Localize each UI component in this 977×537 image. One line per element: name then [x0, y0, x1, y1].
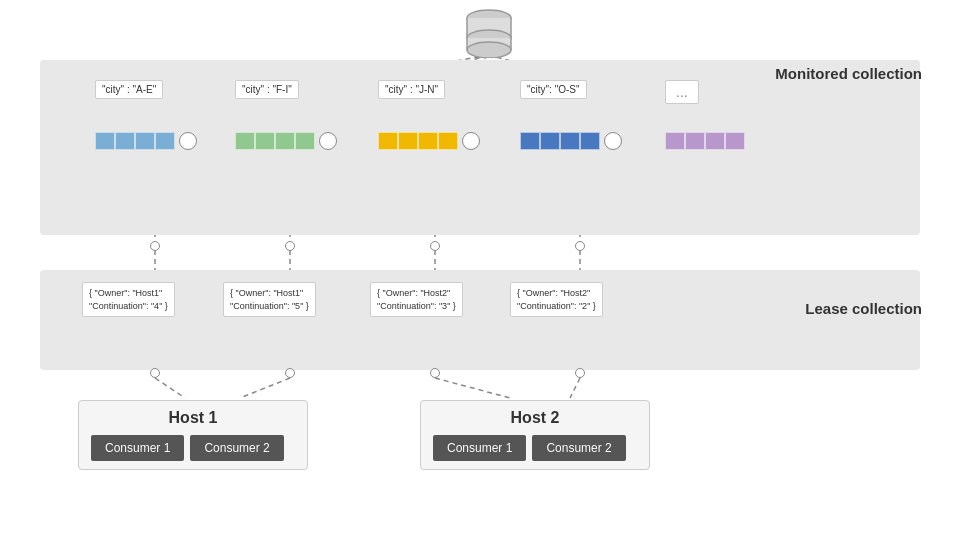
diagram-container: Monitored collection "city" : "A-E" "cit…	[0, 0, 977, 537]
partition-ellipsis: ...	[665, 80, 699, 104]
host1-consumers: Consumer 1 Consumer 2	[91, 435, 295, 461]
lease-card-2: { "Owner": "Host1" "Continuation": "5" }	[223, 282, 316, 317]
host2-consumer1-button[interactable]: Consumer 1	[433, 435, 526, 461]
svg-line-13	[570, 378, 580, 398]
host2-title: Host 2	[433, 409, 637, 427]
circle-connector-lease-4	[575, 368, 585, 378]
lease-label: Lease collection	[805, 300, 922, 317]
lease-card-4: { "Owner": "Host2" "Continuation": "2" }	[510, 282, 603, 317]
svg-line-12	[435, 378, 510, 398]
circle-connector-4	[575, 241, 585, 251]
partition-bar-ellipsis	[665, 130, 745, 152]
partition-bar-os	[520, 130, 622, 152]
circle-connector-2	[285, 241, 295, 251]
circle-connector-lease-2	[285, 368, 295, 378]
host1-box: Host 1 Consumer 1 Consumer 2	[78, 400, 308, 470]
host2-box: Host 2 Consumer 1 Consumer 2	[420, 400, 650, 470]
host1-consumer2-button[interactable]: Consumer 2	[190, 435, 283, 461]
lease-card-3: { "Owner": "Host2" "Continuation": "3" }	[370, 282, 463, 317]
partition-jn: "city" : "J-N"	[378, 80, 445, 99]
svg-line-11	[240, 378, 290, 398]
partition-os: "city": "O-S"	[520, 80, 587, 99]
host2-consumer2-button[interactable]: Consumer 2	[532, 435, 625, 461]
circle-connector-lease-1	[150, 368, 160, 378]
host1-consumer1-button[interactable]: Consumer 1	[91, 435, 184, 461]
monitored-label: Monitored collection	[775, 65, 922, 82]
svg-point-20	[467, 42, 511, 58]
partition-bar-jn	[378, 130, 480, 152]
circle-connector-1	[150, 241, 160, 251]
lease-card-1: { "Owner": "Host1" "Continuation": "4" }	[82, 282, 175, 317]
svg-line-10	[155, 378, 185, 398]
partition-bar-fi	[235, 130, 337, 152]
host1-title: Host 1	[91, 409, 295, 427]
partition-ae: "city" : "A-E"	[95, 80, 163, 99]
partition-fi: "city" : "F-I"	[235, 80, 299, 99]
circle-connector-lease-3	[430, 368, 440, 378]
database-icon	[461, 8, 517, 58]
host2-consumers: Consumer 1 Consumer 2	[433, 435, 637, 461]
partition-bar-ae	[95, 130, 197, 152]
circle-connector-3	[430, 241, 440, 251]
